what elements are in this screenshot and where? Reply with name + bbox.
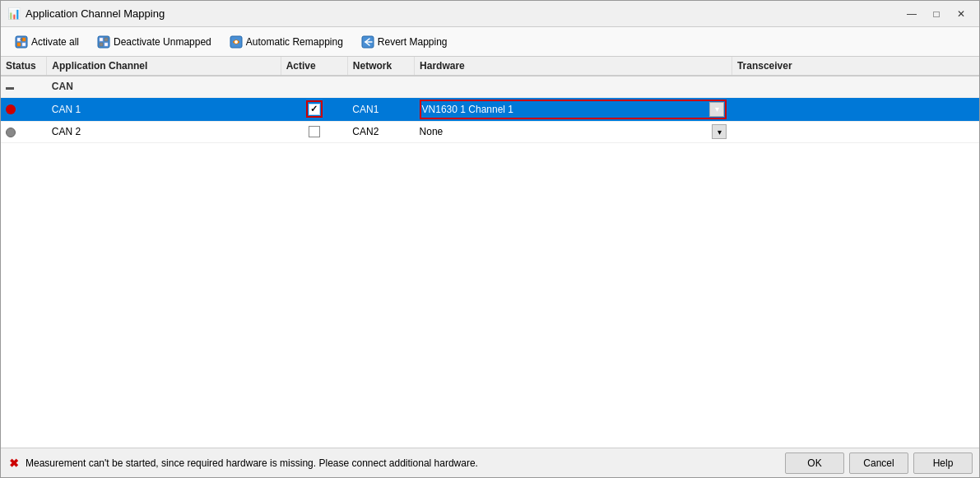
- table-body: ▬ CAN CAN 1: [1, 76, 979, 142]
- deactivate-unmapped-button[interactable]: Deactivate Unmapped: [90, 32, 219, 52]
- svg-point-13: [235, 40, 238, 44]
- error-icon: ✖: [7, 457, 21, 470]
- window-title: Application Channel Mapping: [26, 7, 165, 20]
- content-area: Status Application Channel Active Networ…: [1, 57, 979, 448]
- active-cell-can2[interactable]: [281, 121, 347, 142]
- col-header-status: Status: [1, 57, 47, 76]
- active-checkbox-container-can1: [286, 100, 342, 118]
- activate-all-button[interactable]: Activate all: [7, 32, 86, 52]
- status-cell-can1: [1, 97, 47, 121]
- svg-rect-4: [22, 43, 26, 46]
- transceiver-cell-can2: [732, 121, 979, 142]
- revert-mapping-button[interactable]: Revert Mapping: [354, 32, 455, 52]
- highlight-active-can1: [306, 100, 323, 118]
- minimize-button[interactable]: —: [900, 6, 923, 22]
- channel-cell-can1: CAN 1: [47, 97, 281, 121]
- application-window: 📊 Application Channel Mapping — □ ✕: [0, 0, 980, 478]
- automatic-remapping-label: Automatic Remapping: [246, 36, 343, 48]
- activate-all-icon: [15, 35, 28, 49]
- hardware-value-can2: None: [420, 126, 711, 137]
- active-cell-can1[interactable]: [281, 97, 347, 121]
- title-bar: 📊 Application Channel Mapping — □ ✕: [1, 1, 979, 27]
- status-message: ✖ Measurement can't be started, since re…: [7, 457, 478, 470]
- highlight-hardware-can1: VN1630 1 Channel 1 ▾: [420, 100, 727, 119]
- table-header-row: Status Application Channel Active Networ…: [1, 57, 979, 76]
- status-buttons: OK Cancel Help: [785, 452, 973, 474]
- col-header-network: Network: [347, 57, 414, 76]
- table-row[interactable]: CAN 1 CAN1: [1, 97, 979, 121]
- cancel-button[interactable]: Cancel: [849, 452, 908, 474]
- active-checkbox-can2[interactable]: [309, 126, 320, 137]
- hardware-dropdown-can2[interactable]: ▾: [712, 124, 727, 139]
- transceiver-cell-can1: [732, 97, 979, 121]
- col-header-appchan: Application Channel: [47, 57, 281, 76]
- automatic-remapping-button[interactable]: Automatic Remapping: [222, 32, 351, 52]
- status-text: Measurement can't be started, since requ…: [26, 457, 478, 469]
- deactivate-unmapped-icon: [97, 35, 110, 49]
- svg-rect-11: [105, 43, 108, 46]
- col-header-transceiver: Transceiver: [732, 57, 979, 76]
- table-container: Status Application Channel Active Networ…: [1, 57, 979, 448]
- network-cell-can2: CAN2: [347, 121, 414, 142]
- hardware-select-can1: VN1630 1 Channel 1 ▾: [422, 102, 725, 117]
- hardware-cell-can1[interactable]: VN1630 1 Channel 1 ▾: [415, 97, 732, 121]
- active-checkbox-container-can2: [286, 126, 342, 137]
- group-name-cell: CAN: [47, 76, 979, 97]
- status-icon-grey: [6, 128, 16, 137]
- hardware-cell-can2[interactable]: None ▾: [415, 121, 732, 142]
- maximize-button[interactable]: □: [925, 6, 948, 22]
- hardware-select-can2: None ▾: [420, 124, 727, 139]
- revert-mapping-icon: [361, 35, 374, 49]
- hardware-dropdown-can1[interactable]: ▾: [709, 102, 724, 117]
- col-header-active: Active: [281, 57, 347, 76]
- svg-rect-3: [17, 43, 21, 46]
- svg-rect-8: [100, 38, 103, 41]
- channel-cell-can2: CAN 2: [47, 121, 281, 142]
- channel-mapping-table: Status Application Channel Active Networ…: [1, 57, 979, 143]
- svg-rect-10: [100, 43, 103, 46]
- expand-icon: ▬: [6, 82, 14, 91]
- status-icon-red: [6, 104, 16, 114]
- automatic-remapping-icon: [230, 35, 243, 49]
- deactivate-unmapped-label: Deactivate Unmapped: [114, 36, 211, 48]
- revert-mapping-label: Revert Mapping: [378, 36, 448, 48]
- close-button[interactable]: ✕: [950, 6, 973, 22]
- active-checkbox-can1[interactable]: [309, 104, 320, 115]
- toolbar: Activate all Deactivate Unmapped: [1, 27, 979, 57]
- group-row-can[interactable]: ▬ CAN: [1, 76, 979, 97]
- table-row[interactable]: CAN 2 CAN2 None: [1, 121, 979, 142]
- group-expand-cell: ▬: [1, 76, 47, 97]
- title-controls: — □ ✕: [900, 6, 973, 22]
- title-bar-left: 📊 Application Channel Mapping: [7, 7, 165, 21]
- activate-all-label: Activate all: [31, 36, 79, 48]
- hardware-value-can1: VN1630 1 Channel 1: [422, 104, 708, 115]
- help-button[interactable]: Help: [913, 452, 973, 474]
- status-bar: ✖ Measurement can't be started, since re…: [1, 448, 979, 477]
- ok-button[interactable]: OK: [785, 452, 844, 474]
- window-icon: 📊: [7, 7, 21, 21]
- col-header-hardware: Hardware: [415, 57, 732, 76]
- status-cell-can2: [1, 121, 47, 142]
- svg-rect-9: [105, 38, 108, 41]
- network-cell-can1: CAN1: [347, 97, 414, 121]
